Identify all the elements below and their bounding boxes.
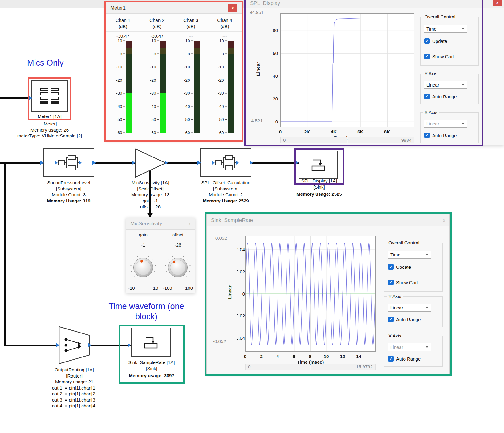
block-type: [Router] [36,373,113,379]
overall-control-dropdown[interactable]: Time [424,25,467,33]
block-name: SoundPressureLevel [32,180,106,186]
close-button[interactable]: x [228,4,237,12]
close-button[interactable]: x [493,0,502,6]
show-grid-checkbox[interactable]: ✓ Show Grid [424,54,454,59]
block-module-count: Module Count: 2 [189,192,263,198]
meter1-window: Meter1 x Chan 1 (dB) -30.47 100-10-20-30… [106,2,242,140]
channel-unit: (dB) [140,23,174,30]
wire-vertical-bus [4,162,6,346]
block-type: [ScaleOffset] [120,186,181,192]
block-soundpressurelevel-info: SoundPressureLevel [Subsystem] Module Co… [32,180,106,204]
y-axis-dropdown[interactable]: Linear [424,81,467,89]
x-axis-dropdown[interactable]: Linear [424,120,467,128]
block-type: [Sink] [288,184,350,190]
meter-bar [126,41,132,133]
channel-name: Chan 3 [174,17,208,23]
window-title: MicSensitivity [130,221,162,227]
block-gain: gain: -1 [120,198,181,204]
dropdown-value: Linear [388,305,426,310]
port-meter1-in [29,96,32,100]
block-route: out[1] = pin[1].chan[1] [36,385,113,391]
port-offset-out [250,161,253,165]
port-sink-in [128,343,131,347]
block-micsensitivity[interactable] [135,148,167,178]
subsystem-icon [211,154,241,172]
block-metertype: meterType: VUMeterSample [2] [10,133,90,139]
meter-scale: 100-10-20-30-40-50-60 [181,41,194,133]
spl-control-panel: Overall Control Time ✓ Update ✓ Show Gri… [418,8,481,145]
show-grid-checkbox[interactable]: ✓ Show Grid [388,280,418,285]
y-auto-range-checkbox[interactable]: ✓ Auto Range [388,317,421,322]
gain-knob[interactable] [130,255,156,280]
overall-control-dropdown[interactable]: Time [388,251,431,259]
chevron-down-icon [462,123,464,125]
spl-plot-area [280,13,414,127]
y-max-readout: 94.951 [250,10,264,15]
meter-channel-3: Chan 3 (dB) --- 100-10-20-30-40-50-60 [174,15,208,140]
block-micsensitivity-info: MicSensitivity [1A] [ScaleOffset] Memory… [120,180,181,210]
channel-name: Chan 1 [106,17,140,23]
block-outputrouting[interactable] [59,326,90,364]
block-soundpressurelevel[interactable] [43,148,94,177]
block-name: MicSensitivity [1A] [120,180,181,186]
block-meter1[interactable] [31,80,68,112]
checkbox-checked-icon: ✓ [424,54,430,59]
micsensitivity-titlebar[interactable]: MicSensitivity x [126,218,195,230]
checkbox-label: Update [432,39,447,44]
port-routing-in [56,343,59,347]
meter-level-fill [126,93,132,133]
meter-icon [40,88,59,104]
block-name: SPL_Display [1A] [288,178,350,184]
spl-display-titlebar[interactable]: SPL_Display x [246,0,504,8]
x-auto-range-checkbox[interactable]: ✓ Auto Range [388,356,421,362]
update-checkbox[interactable]: ✓ Update [424,38,447,44]
spl-display-window: SPL_Display x 94.951 -4.521 Linear 80604… [246,0,504,145]
meter-scale: 100-10-20-30-40-50-60 [148,41,160,133]
close-button[interactable]: x [189,221,191,226]
y-axis-dropdown[interactable]: Linear [388,304,431,312]
group-label: Y Axis [423,71,439,76]
group-label: Overall Control [387,240,421,245]
checkbox-label: Show Grid [432,54,454,59]
block-spl-display-info: SPL_Display [1A] [Sink] Memory usage: 25… [288,178,350,197]
block-meter1-name: Meter1 [1A] [19,113,80,120]
port-spl-in [40,161,44,165]
checkbox-checked-icon: ✓ [388,264,394,270]
update-checkbox[interactable]: ✓ Update [388,264,411,270]
block-sink-samplerate-info: Sink_SampleRate [1A] [Sink] Memory usage… [121,359,182,379]
block-sink-samplerate[interactable] [131,328,171,357]
param-max: 100 [185,285,193,291]
overall-control-group: Overall Control Time ✓ Update ✓ Show Gri… [384,243,443,292]
sink-samplerate-window: Sink_SampleRate x 0.052 -0.052 Linear 0.… [206,214,450,374]
wire-to-soundpressurelevel [0,162,44,164]
dropdown-value: Linear [388,345,426,350]
block-spl-display[interactable] [299,151,338,179]
subsystem-icon [54,154,83,172]
checkbox-checked-icon: ✓ [388,317,394,322]
close-button[interactable]: x [443,218,445,223]
window-title: Meter1 [110,5,126,11]
meter-bar [160,41,166,133]
x-auto-range-checkbox[interactable]: ✓ Auto Range [424,133,457,138]
group-label: X Axis [387,333,403,338]
wire-routing-to-sink [90,345,132,346]
block-spl-offset-calculation[interactable] [200,148,251,177]
checkbox-label: Auto Range [396,317,421,322]
x-axis-dropdown[interactable]: Linear [388,343,431,351]
y-auto-range-checkbox[interactable]: ✓ Auto Range [424,94,457,99]
channel-unit: (dB) [208,23,242,30]
meter1-titlebar[interactable]: Meter1 x [106,2,242,14]
micsensitivity-window: MicSensitivity x gain -1 -10 10 offset - [126,218,195,293]
block-route: out[3] = pin[1].chan[3] [36,397,113,403]
sink-plot-area [245,236,376,352]
channel-header: Chan 3 (dB) [174,15,208,32]
time-waveform-label: Time waveform (one block) [102,301,191,322]
block-route: out[2] = pin[1].chan[2] [36,391,113,397]
port-micsensitivity-out [165,161,168,165]
offset-knob[interactable] [165,255,191,280]
y-axis-group: Y Axis Linear ✓ Auto Range [420,74,479,104]
block-route: out[4] = pin[1].chan[4] [36,403,113,409]
sink-scope-body: 0.052 -0.052 Linear 0.040.0200.020.04 02… [207,226,449,374]
sink-samplerate-titlebar[interactable]: Sink_SampleRate x [207,214,449,226]
checkbox-checked-icon: ✓ [388,356,394,362]
